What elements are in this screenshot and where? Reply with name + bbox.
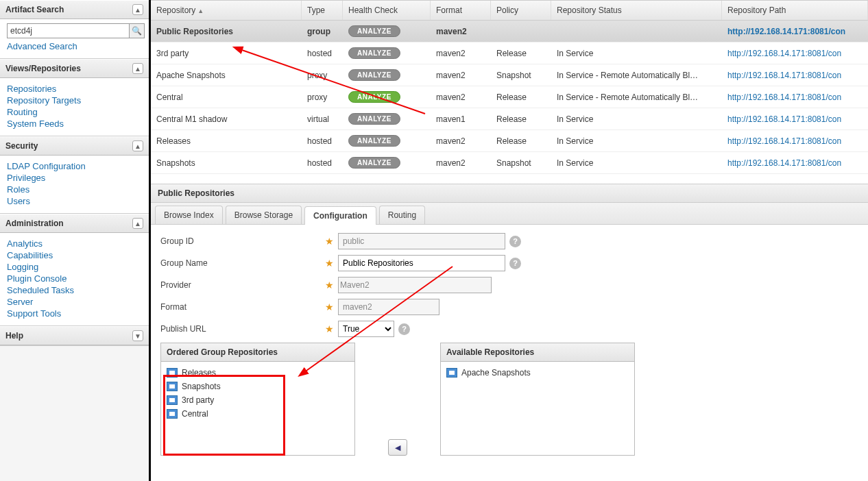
col-header-type[interactable]: Type [302, 1, 343, 20]
search-input[interactable] [7, 23, 130, 38]
col-header-status[interactable]: Repository Status [551, 1, 722, 20]
collapse-icon[interactable]: ▲ [132, 4, 143, 15]
cell-type: virtual [302, 114, 343, 124]
list-item[interactable]: Central [165, 407, 350, 421]
col-header-policy[interactable]: Policy [491, 1, 551, 20]
help-icon[interactable]: ? [509, 236, 521, 247]
analyze-button[interactable]: ANALYZE [348, 47, 400, 59]
cell-health: ANALYZE [343, 25, 431, 37]
cell-repo: Public Repositories [151, 27, 302, 36]
panel-title: Artifact Search [5, 5, 64, 14]
list-item[interactable]: Apache Snapshots [445, 366, 630, 380]
analyze-button[interactable]: ANALYZE [348, 157, 400, 169]
link-privileges[interactable]: Privileges [7, 173, 145, 183]
select-provider [338, 277, 492, 293]
analyze-button[interactable]: ANALYZE [348, 25, 400, 37]
ordered-group-title: Ordered Group Repositories [161, 343, 354, 362]
required-icon: ★ [325, 323, 334, 334]
analyze-button[interactable]: ANALYZE [348, 69, 400, 81]
main-content: Repository▲ Type Health Check Format Pol… [151, 0, 868, 481]
cell-path-link[interactable]: http://192.168.14.171:8081/con [722, 27, 868, 36]
table-row[interactable]: Apache SnapshotsproxyANALYZEmaven2Snapsh… [151, 64, 868, 86]
search-icon[interactable]: 🔍 [130, 23, 145, 38]
cell-status: In Service [551, 158, 722, 168]
cell-repo: Central [151, 92, 302, 102]
advanced-search-link[interactable]: Advanced Search [7, 41, 145, 51]
panel-header[interactable]: Security ▲ [0, 136, 149, 156]
link-routing[interactable]: Routing [7, 107, 145, 117]
collapse-icon[interactable]: ▲ [132, 140, 143, 151]
repo-icon [167, 395, 178, 405]
panel-header[interactable]: Views/Repositories ▲ [0, 59, 149, 78]
help-icon[interactable]: ? [509, 258, 521, 269]
detail-title: Public Repositories [151, 184, 868, 203]
help-icon[interactable]: ? [398, 323, 410, 335]
cell-policy: Snapshot [491, 158, 551, 168]
required-icon: ★ [325, 258, 334, 269]
repo-icon [167, 409, 178, 419]
cell-type: hosted [302, 158, 343, 168]
list-item[interactable]: Releases [165, 366, 350, 380]
link-repository-targets[interactable]: Repository Targets [7, 95, 145, 106]
table-row[interactable]: SnapshotshostedANALYZEmaven2SnapshotIn S… [151, 152, 868, 174]
tab-browse-storage[interactable]: Browse Storage [226, 206, 302, 224]
cell-path-link[interactable]: http://192.168.14.171:8081/con [722, 49, 868, 58]
link-system-feeds[interactable]: System Feeds [7, 119, 145, 129]
table-row[interactable]: Public RepositoriesgroupANALYZEmaven2htt… [151, 21, 868, 42]
link-ldap[interactable]: LDAP Configuration [7, 161, 145, 171]
link-repositories[interactable]: Repositories [7, 84, 145, 94]
col-header-path[interactable]: Repository Path [722, 1, 868, 20]
table-row[interactable]: 3rd partyhostedANALYZEmaven2ReleaseIn Se… [151, 42, 868, 64]
panel-header[interactable]: Help ▼ [0, 326, 149, 345]
col-header-format[interactable]: Format [431, 1, 491, 20]
analyze-button[interactable]: ANALYZE [348, 91, 400, 103]
table-row[interactable]: CentralproxyANALYZEmaven2ReleaseIn Servi… [151, 86, 868, 108]
expand-icon[interactable]: ▼ [132, 330, 143, 341]
cell-policy: Release [491, 136, 551, 146]
collapse-icon[interactable]: ▲ [132, 63, 143, 74]
cell-repo: Apache Snapshots [151, 71, 302, 80]
table-row[interactable]: Central M1 shadowvirtualANALYZEmaven1Rel… [151, 108, 868, 130]
link-users[interactable]: Users [7, 196, 145, 206]
tab-browse-index[interactable]: Browse Index [155, 206, 223, 224]
cell-path-link[interactable]: http://192.168.14.171:8081/con [722, 71, 868, 80]
tab-configuration[interactable]: Configuration [304, 206, 376, 225]
link-roles[interactable]: Roles [7, 184, 145, 195]
cell-status: In Service [551, 114, 722, 124]
panel-security: Security ▲ LDAP Configuration Privileges… [0, 136, 149, 214]
cell-path-link[interactable]: http://192.168.14.171:8081/con [722, 114, 868, 124]
col-header-repository[interactable]: Repository▲ [151, 1, 302, 20]
cell-repo: 3rd party [151, 49, 302, 58]
collapse-icon[interactable]: ▲ [132, 218, 143, 229]
input-group-name[interactable] [338, 255, 505, 271]
analyze-button[interactable]: ANALYZE [348, 113, 400, 125]
analyze-button[interactable]: ANALYZE [348, 135, 400, 147]
cell-path-link[interactable]: http://192.168.14.171:8081/con [722, 158, 868, 168]
select-publish-url[interactable]: True [338, 321, 394, 337]
col-header-health[interactable]: Health Check [343, 1, 431, 20]
cell-format: maven1 [431, 114, 491, 124]
sort-asc-icon: ▲ [197, 8, 204, 14]
link-support-tools[interactable]: Support Tools [7, 308, 145, 319]
cell-health: ANALYZE [343, 157, 431, 169]
cell-path-link[interactable]: http://192.168.14.171:8081/con [722, 92, 868, 102]
cell-type: proxy [302, 92, 343, 102]
link-plugin-console[interactable]: Plugin Console [7, 273, 145, 284]
link-capabilities[interactable]: Capabilities [7, 250, 145, 260]
tab-routing[interactable]: Routing [379, 206, 425, 224]
list-item[interactable]: Snapshots [165, 380, 350, 393]
panel-header[interactable]: Administration ▲ [0, 214, 149, 233]
panel-title: Help [5, 331, 23, 341]
move-left-button[interactable]: ◀ [388, 439, 407, 456]
link-analytics[interactable]: Analytics [7, 238, 145, 249]
link-server[interactable]: Server [7, 297, 145, 307]
cell-path-link[interactable]: http://192.168.14.171:8081/con [722, 136, 868, 146]
label-publish-url: Publish URL [160, 324, 325, 334]
list-item[interactable]: 3rd party [165, 393, 350, 407]
cell-health: ANALYZE [343, 47, 431, 59]
table-row[interactable]: ReleaseshostedANALYZEmaven2ReleaseIn Ser… [151, 130, 868, 152]
panel-header[interactable]: Artifact Search ▲ [0, 0, 149, 19]
link-logging[interactable]: Logging [7, 262, 145, 272]
required-icon: ★ [325, 280, 334, 291]
link-scheduled-tasks[interactable]: Scheduled Tasks [7, 285, 145, 295]
